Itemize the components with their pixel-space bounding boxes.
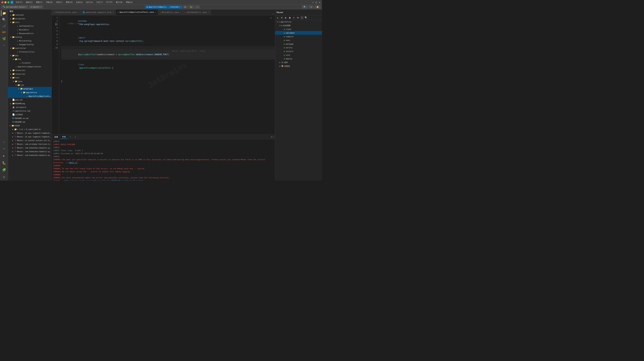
- terminal-content[interactable]: [INFO] [INFO] BUILD FAILURE [INFO] [INFO…: [52, 140, 275, 180]
- activity-aws[interactable]: AWS: [1, 29, 7, 35]
- minimize-button[interactable]: [4, 1, 6, 3]
- close-button[interactable]: [1, 1, 3, 3]
- sidebar-item-SwaggerConfig[interactable]: ☕ SwaggerConfig: [8, 42, 52, 46]
- menu-file[interactable]: 文件(F): [14, 1, 24, 4]
- search-everywhere[interactable]: 🔍: [302, 5, 308, 8]
- run-button[interactable]: ▶: [183, 5, 188, 8]
- terminal-tab-tibo[interactable]: 提播: [53, 136, 59, 138]
- maven-item-package[interactable]: ▶ package: [275, 42, 322, 46]
- sidebar-item-dto[interactable]: ▼ 📂 dto: [8, 57, 52, 61]
- sidebar-item-exception[interactable]: ▶ 📁 exception: [8, 17, 52, 20]
- sidebar-item-pomxml[interactable]: 📄 pom.xml: [8, 98, 52, 102]
- activity-settings[interactable]: ⚙: [1, 174, 7, 180]
- sidebar-item-FileController[interactable]: ☕ FileController: [8, 50, 52, 54]
- activity-more[interactable]: ⋯: [1, 42, 7, 48]
- maven-item-plugins[interactable]: ▶ 🔌 插件: [275, 60, 322, 64]
- branch-selector[interactable]: ⎇ master ▾: [29, 5, 43, 8]
- sidebar-item-dao[interactable]: ▼ 📂 dao: [8, 54, 52, 57]
- menu-generate[interactable]: 生成(O): [75, 1, 84, 4]
- terminal-tab-local[interactable]: 本地: [61, 135, 67, 139]
- sidebar-item-ApprenticeApplicationTests[interactable]: ☕ ApprenticeApplicationTests: [8, 94, 52, 98]
- sidebar-item-MinioConfig[interactable]: ☕ MinioConfig: [8, 39, 52, 42]
- sidebar-item-apprentice[interactable]: ▼ 📂 apprentice: [8, 90, 52, 94]
- activity-problems[interactable]: ⚠: [1, 138, 7, 144]
- menu-edit[interactable]: 编辑(E): [24, 1, 34, 4]
- terminal-close-icon[interactable]: ✕: [272, 136, 274, 138]
- code-area[interactable]: JetBrains ⚠ package com.wangfugui.appren…: [59, 15, 275, 134]
- activity-plugins[interactable]: 🧩: [1, 167, 7, 173]
- maven-search-btn[interactable]: 🔍: [304, 16, 308, 20]
- notifications-button[interactable]: 🔔: [314, 5, 321, 8]
- tab-close-icon[interactable]: ✕: [78, 11, 79, 14]
- menu-nav[interactable]: 导航(N): [44, 1, 54, 4]
- maven-item-test[interactable]: ▶ test: [275, 38, 322, 42]
- tab-close-icon[interactable]: ✕: [180, 11, 181, 14]
- sidebar-item-jdk[interactable]: ▶ 📁 < 1.8 > E:\dev\jdk1.8: [8, 128, 52, 131]
- window-maximize[interactable]: □: [315, 1, 317, 3]
- menu-refactor[interactable]: 重构(R): [64, 1, 74, 4]
- sidebar-item-controller[interactable]: ▼ 📂 controller: [8, 46, 52, 50]
- maven-item-install[interactable]: ▶ install: [275, 50, 322, 53]
- terminal-tab-chevron[interactable]: ▾: [75, 136, 76, 138]
- tab-close-icon[interactable]: ✕: [112, 11, 114, 14]
- maven-show-btn[interactable]: ⊞: [296, 16, 300, 20]
- sidebar-item-JwtTokenUtils[interactable]: ☕ JwtTokenUtils: [8, 24, 52, 28]
- sidebar-item-fastjson[interactable]: ▶ M Maven: com.alibaba:fastjson:1.2.76: [8, 142, 52, 146]
- maven-skip-tests-btn[interactable]: ✕: [292, 16, 296, 20]
- settings-button[interactable]: ⚙: [309, 5, 314, 8]
- terminal-tab-add[interactable]: +: [68, 136, 72, 138]
- menu-git[interactable]: Git(G): [105, 1, 114, 4]
- confluence-link[interactable]: http://cwiki.apache.org/confluence/displ…: [64, 180, 144, 180]
- sidebar-item-wangfugui[interactable]: ▼ 📂 wangfugui: [8, 87, 52, 90]
- debug-button[interactable]: 🐛: [188, 5, 194, 8]
- activity-spring[interactable]: 🌿: [1, 36, 7, 42]
- sidebar-item-apprentice-sql[interactable]: 🗃 apprentice.sql: [8, 109, 52, 113]
- sidebar-item-README[interactable]: Md README.md: [8, 120, 52, 124]
- window-close[interactable]: ✕: [319, 1, 321, 3]
- tab-ApprenticeApplicationTests[interactable]: ☕ ApprenticeApplicationTests.java ✕: [116, 10, 158, 15]
- sidebar-item-test[interactable]: ▼ 📂 test: [8, 76, 52, 80]
- sidebar-item-ApprenticeApplication[interactable]: ☕ ApprenticeApplication: [8, 65, 52, 68]
- error-link[interactable]: [Help 1]: [68, 162, 78, 164]
- activity-terminal[interactable]: ⌨: [1, 146, 7, 152]
- sidebar-item-config[interactable]: ▼ 📂 config: [8, 35, 52, 39]
- maximize-button[interactable]: [8, 1, 10, 3]
- maven-stop-btn[interactable]: ◼: [288, 16, 292, 20]
- tab-close-icon[interactable]: ✕: [155, 11, 156, 14]
- maven-item-site[interactable]: ▶ site: [275, 53, 322, 57]
- sidebar-item-resources2[interactable]: ▶ 📁 resources: [8, 72, 52, 76]
- maven-item-verify[interactable]: ▶ verify: [275, 46, 322, 50]
- menu-tools[interactable]: 工具(T): [95, 1, 104, 4]
- sidebar-item-gitignore[interactable]: 🔒 .gitignore: [8, 105, 52, 109]
- tab-generated-requests[interactable]: 🌐 generated-requests.http ✕: [81, 10, 116, 15]
- sidebar-item-resources1[interactable]: ▶ 📁 resources: [8, 68, 52, 72]
- activity-git[interactable]: ⎇: [1, 23, 7, 29]
- sidebar-item-java[interactable]: ▼ 📂 java: [8, 80, 52, 83]
- sidebar-item-READMEimg[interactable]: ▶ 📁 READMEimg: [8, 102, 52, 105]
- tab-MinioUtils[interactable]: ☕ MinioUtils.java ✕: [158, 10, 183, 15]
- maven-item-deploy[interactable]: ▶ deploy: [275, 57, 322, 60]
- sidebar-item-external[interactable]: ▼ 📁 外部库: [8, 124, 52, 128]
- sidebar-item-mybatis-plus-annotation[interactable]: ▶ M Maven: com.baomidou:mybatis-plus-ann…: [8, 150, 52, 153]
- maven-run-btn[interactable]: ▶: [284, 16, 288, 20]
- sidebar-item-LICENSE[interactable]: 📄 LICENSE: [8, 113, 52, 116]
- terminal-settings-icon[interactable]: ⚙: [271, 136, 272, 138]
- maven-item-lifecycle[interactable]: ▼ ⚙ 生命周期: [275, 24, 322, 27]
- project-selector[interactable]: 🔧 spring-boot-minio ▾: [1, 5, 28, 8]
- sidebar-item-FileInfo[interactable]: ☕ FileInfo: [8, 61, 52, 65]
- tab-JwtTokenUtils[interactable]: ☕ JwtTokenUtils.java ✕: [183, 10, 211, 15]
- window-minimize[interactable]: ─: [312, 1, 314, 3]
- sidebar-item-ResponseUtils[interactable]: ☕ ResponseUtils: [8, 32, 52, 35]
- sidebar-item-com[interactable]: ▼ 📂 com: [8, 83, 52, 87]
- sidebar-item-util[interactable]: ▼ 📂 util: [8, 20, 52, 24]
- maven-item-compile[interactable]: ▶ compile: [275, 35, 322, 38]
- activity-run[interactable]: ▶: [1, 153, 7, 159]
- menu-view[interactable]: 视图(V): [34, 1, 44, 4]
- more-run-options[interactable]: ⋯: [195, 5, 200, 8]
- menu-help[interactable]: 帮助(H): [124, 1, 134, 4]
- maven-item-clean[interactable]: ▶ clean: [275, 27, 322, 31]
- activity-explorer[interactable]: 📁: [1, 10, 7, 16]
- run-config-selector[interactable]: ▶ ApprenticeApplic...rateCode ▾: [145, 5, 182, 8]
- tab-FileController[interactable]: ☕ FileController.java ✕: [52, 10, 81, 15]
- menu-code[interactable]: 代码(C): [55, 1, 64, 4]
